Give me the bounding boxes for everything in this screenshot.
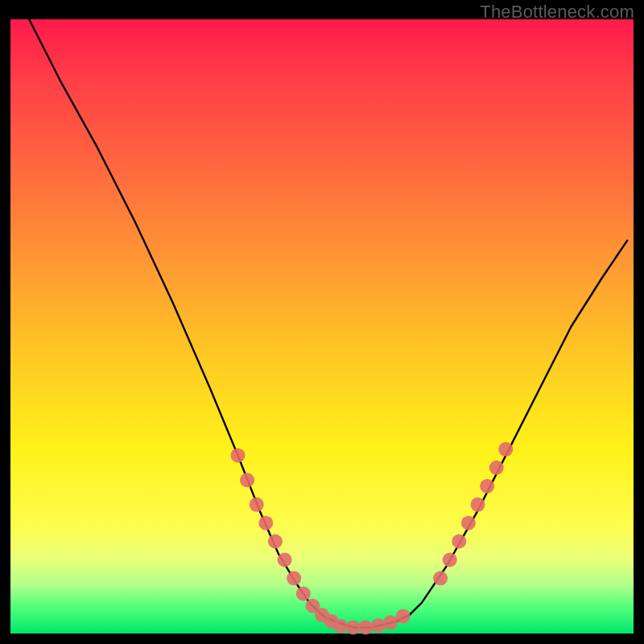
data-marker (383, 615, 398, 630)
plot-area (10, 19, 634, 634)
data-marker (346, 620, 361, 634)
data-marker (268, 535, 283, 549)
data-marker (296, 586, 311, 601)
data-marker (489, 460, 504, 475)
data-marker (433, 571, 448, 585)
data-marker (287, 571, 301, 585)
data-marker (240, 473, 254, 487)
chart-svg (10, 19, 634, 634)
chart-frame: TheBottleneck.com (0, 0, 644, 644)
curve-line (29, 19, 627, 627)
data-marker (452, 535, 466, 549)
data-marker (480, 479, 494, 493)
data-marker (231, 448, 246, 463)
data-marker (443, 552, 457, 567)
data-marker (396, 609, 411, 624)
data-marker (371, 618, 386, 633)
data-marker (461, 516, 476, 530)
data-marker (278, 552, 292, 567)
data-marker (333, 619, 348, 634)
data-marker (471, 497, 485, 512)
data-marker (258, 516, 273, 530)
data-marker (250, 497, 264, 512)
data-marker (358, 620, 373, 634)
data-marker (498, 442, 513, 456)
